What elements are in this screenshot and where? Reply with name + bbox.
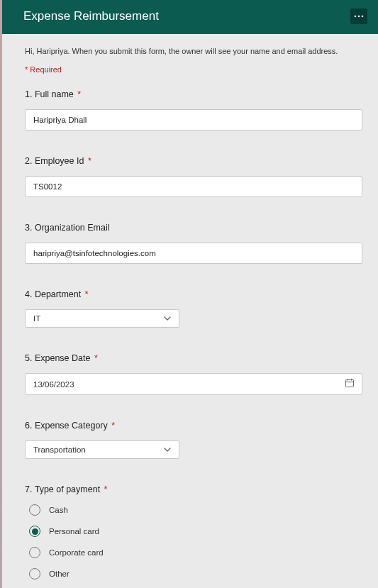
svg-point-0 [355,16,357,18]
svg-point-1 [358,16,360,18]
payment-type-option-label: Corporate card [49,548,104,557]
expense-category-select-value: Transportation [33,445,86,454]
form-title: Expense Reimbursement [23,9,159,23]
question-fullname: 1. Full name * [25,89,362,131]
svg-rect-3 [346,380,354,387]
form-header: Expense Reimbursement [2,0,378,34]
payment-type-option-label: Cash [49,506,68,514]
more-options-button[interactable] [350,9,367,24]
expense-date-value: 13/06/2023 [26,375,338,394]
question-employee-id: 2. Employee Id * [25,156,362,197]
question-department: 4. Department * IT [25,289,362,328]
department-select-value: IT [33,314,40,323]
payment-type-option[interactable]: Cash [29,504,362,516]
payment-type-option[interactable]: Other [29,568,362,579]
more-icon [354,15,364,18]
payment-type-option[interactable]: Personal card [29,526,362,537]
radio-icon [29,568,40,579]
fullname-input[interactable] [25,109,362,131]
chevron-down-icon [163,445,172,454]
question-expense-date: 5. Expense Date * 13/06/2023 [25,353,362,395]
department-select[interactable]: IT [25,309,179,328]
radio-icon [29,504,40,516]
radio-icon [29,526,40,537]
question-expense-category: 6. Expense Category * Transportation [25,421,362,459]
org-email-input[interactable] [25,243,362,264]
svg-point-2 [362,16,364,18]
expense-date-input[interactable]: 13/06/2023 [25,373,362,395]
question-org-email: 3. Organization Email [25,223,362,264]
radio-icon [29,547,40,558]
employee-id-input[interactable] [25,176,362,197]
calendar-icon[interactable] [338,374,362,394]
payment-type-option[interactable]: Corporate card [29,547,362,558]
intro-text: Hi, Haripriya. When you submit this form… [25,47,362,55]
chevron-down-icon [163,314,172,323]
expense-category-select[interactable]: Transportation [25,440,179,459]
payment-type-option-label: Personal card [49,527,99,536]
question-payment-type: 7. Type of payment * CashPersonal cardCo… [25,484,362,579]
payment-type-option-label: Other [49,570,70,578]
required-note: Required [25,65,362,74]
